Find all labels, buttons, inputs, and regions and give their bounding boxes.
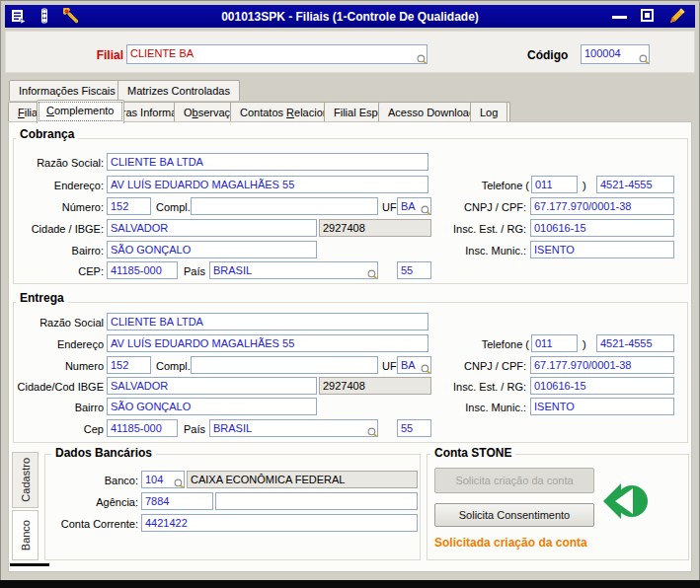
entrega-ibge-field: 2927408 <box>319 377 431 395</box>
maximize-button[interactable] <box>641 9 654 22</box>
cobranca-insc-mun-input[interactable]: ISENTO <box>530 241 674 258</box>
solicita-criacao-button[interactable]: Solicita criação da conta <box>434 468 594 493</box>
cobranca-bairro-input[interactable]: SÃO GONÇALO <box>107 241 317 258</box>
cobranca-cidade-input[interactable]: SALVADOR <box>107 219 317 237</box>
filial-value: CLIENTE BA <box>130 46 194 60</box>
tab-complemento[interactable]: Complemento <box>37 100 124 123</box>
cobranca-uf-label: UF <box>382 199 397 215</box>
entrega-cnpj-input[interactable]: 67.177.970/0001-38 <box>530 356 674 374</box>
entrega-telefone-label: Telefone ( <box>425 336 529 352</box>
cobranca-pais-cod-input[interactable]: 55 <box>397 261 431 279</box>
cobranca-cnpj-label: CNPJ / CPF: <box>432 199 526 215</box>
form-export-icon[interactable] <box>11 9 27 25</box>
cobranca-razao-social-input[interactable]: CLIENTE BA LTDA <box>107 153 428 171</box>
filial-input[interactable]: CLIENTE BA <box>126 44 428 64</box>
tab-informacoes-fiscais[interactable]: Informações Fiscais <box>9 80 125 101</box>
cobranca-compl-input[interactable] <box>191 197 378 215</box>
agencia-digito-input[interactable] <box>215 492 418 510</box>
conta-stone-title: Conta STONE <box>430 446 515 460</box>
banco-label: Banco: <box>35 473 138 488</box>
entrega-endereco-label: Endereço <box>10 336 104 352</box>
cobranca-ibge-field: 2927408 <box>319 219 431 237</box>
entrega-telefone-ddd-input[interactable]: 011 <box>531 334 578 352</box>
stone-logo-icon <box>602 478 648 525</box>
lookup-icon[interactable] <box>367 269 378 279</box>
cobranca-telefone-label: Telefone ( <box>425 178 529 193</box>
cobranca-cep-input[interactable]: 41185-000 <box>107 261 178 279</box>
entrega-bairro-input[interactable]: SÃO GONÇALO <box>107 398 317 415</box>
agencia-input[interactable]: 7884 <box>141 492 213 510</box>
entrega-cnpj-label: CNPJ / CPF: <box>432 358 526 374</box>
entrega-pais-label: País <box>184 421 205 437</box>
codigo-label: Código <box>527 48 568 62</box>
cobranca-cnpj-input[interactable]: 67.177.970/0001-38 <box>530 197 674 215</box>
entrega-insc-est-input[interactable]: 010616-15 <box>530 377 674 395</box>
tab-matrizes-controladas[interactable]: Matrizes Controladas <box>117 80 240 101</box>
entrega-numero-input[interactable]: 152 <box>107 356 151 374</box>
lookup-icon[interactable] <box>174 478 185 488</box>
cobranca-telefone-ddd-input[interactable]: 011 <box>531 176 578 193</box>
entrega-telefone-input[interactable]: 4521-4555 <box>596 334 674 352</box>
entrega-numero-label: Numero <box>10 358 104 374</box>
minimize-button[interactable] <box>612 16 627 19</box>
entrega-compl-label: Compl. <box>156 358 191 374</box>
codigo-value: 100004 <box>584 46 621 60</box>
codigo-input[interactable]: 100004 <box>581 44 650 64</box>
lookup-icon[interactable] <box>421 364 431 374</box>
conta-corrente-label: Conta Corrente: <box>35 516 138 532</box>
agencia-label: Agência: <box>35 494 138 510</box>
entrega-insc-mun-input[interactable]: ISENTO <box>530 398 674 415</box>
filial-label: Filial <box>44 48 123 62</box>
edit-pencil-icon[interactable] <box>667 6 687 26</box>
dados-bancarios-title: Dados Bancários <box>51 446 156 460</box>
tab-label: Informações Fiscais <box>19 85 116 97</box>
cobranca-uf-input[interactable]: BA <box>397 197 431 215</box>
window-title: 001013SPK - Filiais (1-Controle De Quali… <box>5 10 695 24</box>
entrega-uf-label: UF <box>382 358 397 374</box>
active-tab-indicator <box>10 563 49 566</box>
entrega-compl-input[interactable] <box>191 356 378 374</box>
entrega-uf-input[interactable]: BA <box>397 356 431 374</box>
entrega-cep-input[interactable]: 41185-000 <box>107 419 178 437</box>
cobranca-cidade-label: Cidade / IBGE: <box>10 221 104 237</box>
cobranca-insc-est-label: Insc. Est. / RG: <box>432 221 526 237</box>
cobranca-endereco-label: Endereço: <box>10 178 104 193</box>
bottom-strip <box>0 580 700 588</box>
entrega-telefone-close: ) <box>583 336 586 352</box>
entrega-razao-social-label: Razão Social <box>10 315 104 331</box>
wrench-icon[interactable] <box>63 8 79 24</box>
conta-corrente-input[interactable]: 4421422 <box>141 514 418 532</box>
entrega-razao-social-input[interactable]: CLIENTE BA LTDA <box>107 313 428 331</box>
cobranca-numero-input[interactable]: 152 <box>107 197 151 215</box>
lookup-icon[interactable] <box>639 54 650 64</box>
cobranca-title: Cobrança <box>16 127 78 141</box>
traffic-light-icon[interactable] <box>37 8 52 24</box>
cobranca-razao-social-label: Razão Social: <box>10 155 104 171</box>
entrega-endereco-input[interactable]: AV LUÍS EDUARDO MAGALHÃES 55 <box>107 334 428 352</box>
cobranca-pais-input[interactable]: BRASIL <box>209 261 378 279</box>
tab-log[interactable]: Log <box>470 102 507 122</box>
banco-cod-input[interactable]: 104 <box>141 471 185 488</box>
solicita-consentimento-button[interactable]: Solicita Consentimento <box>434 503 594 527</box>
entrega-pais-cod-input[interactable]: 55 <box>397 419 431 437</box>
entrega-pais-input[interactable]: BRASIL <box>209 419 378 437</box>
entrega-cidade-input[interactable]: SALVADOR <box>107 377 317 395</box>
cobranca-numero-label: Número: <box>10 199 104 215</box>
lookup-icon[interactable] <box>367 427 378 437</box>
cobranca-insc-est-input[interactable]: 010616-15 <box>530 219 674 237</box>
stone-status-text: Solicitada criação da conta <box>434 536 587 550</box>
cobranca-bairro-label: Bairro: <box>10 243 104 258</box>
cobranca-endereco-input[interactable]: AV LUÍS EDUARDO MAGALHÃES 55 <box>107 176 428 193</box>
app-window: { "window": { "title": "001013SPK - Fili… <box>0 0 700 588</box>
entrega-title: Entrega <box>16 291 68 305</box>
lookup-icon[interactable] <box>417 54 428 64</box>
entrega-cidade-label: Cidade/Cod IBGE <box>10 379 104 395</box>
cobranca-telefone-close: ) <box>583 178 586 193</box>
entrega-cep-label: Cep <box>10 421 104 437</box>
maximize-glyph <box>645 13 650 18</box>
lookup-icon[interactable] <box>421 205 431 215</box>
banco-nome-field: CAIXA ECONÔMICA FEDERAL <box>187 471 418 488</box>
cobranca-telefone-input[interactable]: 4521-4555 <box>596 176 674 193</box>
titlebar: 001013SPK - Filiais (1-Controle De Quali… <box>5 5 695 28</box>
entrega-insc-mun-label: Insc. Munic.: <box>432 400 526 415</box>
